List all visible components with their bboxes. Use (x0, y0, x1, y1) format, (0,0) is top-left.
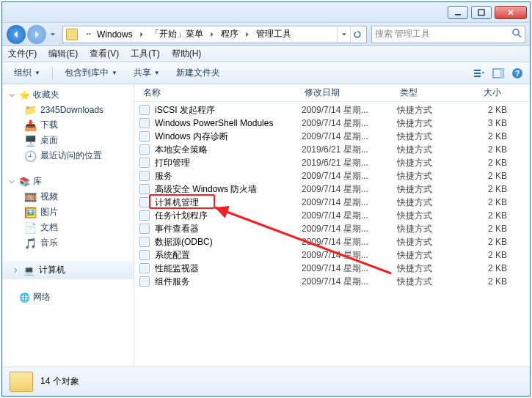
preview-pane-button[interactable] (492, 67, 505, 80)
folder-icon (66, 29, 78, 40)
file-date: 2009/7/14 星期... (302, 130, 397, 143)
file-type: 快捷方式 (397, 236, 463, 248)
share-button[interactable]: 共享▼ (128, 65, 166, 81)
sidebar-item[interactable]: 📥下载 (2, 117, 134, 133)
file-row[interactable]: Windows PowerShell Modules2009/7/14 星期..… (134, 117, 530, 130)
status-bar: 14 个对象 (2, 366, 530, 396)
close-button[interactable] (495, 6, 527, 19)
include-in-library-button[interactable]: 包含到库中▼ (59, 65, 123, 81)
shortcut-icon (139, 117, 150, 129)
file-row[interactable]: 计算机管理2009/7/14 星期...快捷方式2 KB (134, 196, 530, 209)
file-row[interactable]: 高级安全 Windows 防火墙2009/7/14 星期...快捷方式2 KB (134, 183, 530, 196)
col-size[interactable]: 大小 (462, 86, 506, 99)
sidebar-item[interactable]: 📁2345Downloads (2, 103, 134, 117)
breadcrumb-sep-icon[interactable] (206, 32, 218, 37)
menu-edit[interactable]: 编辑(E) (48, 48, 78, 60)
maximize-button[interactable] (471, 6, 492, 19)
file-date: 2009/7/14 星期... (302, 196, 397, 209)
documents-icon: 📄 (24, 222, 36, 234)
file-name: Windows PowerShell Modules (155, 118, 302, 128)
menu-tools[interactable]: 工具(T) (131, 48, 159, 60)
menu-help[interactable]: 帮助(H) (172, 48, 202, 60)
help-button[interactable]: ? (511, 67, 524, 80)
file-row[interactable]: 本地安全策略2019/6/21 星期...快捷方式2 KB (134, 143, 530, 156)
file-row[interactable]: Windows 内存诊断2009/7/14 星期...快捷方式2 KB (134, 130, 530, 143)
file-name: 性能监视器 (155, 262, 302, 275)
back-button[interactable] (7, 25, 26, 44)
library-icon: 📚 (18, 176, 30, 188)
downloads-icon: 📥 (24, 119, 36, 131)
menu-view[interactable]: 查看(V) (90, 48, 119, 60)
file-type: 快捷方式 (397, 196, 463, 209)
menu-file[interactable]: 文件(F) (8, 48, 37, 60)
folder-icon: 📁 (24, 104, 36, 116)
collapse-icon[interactable] (8, 92, 15, 98)
col-date[interactable]: 修改日期 (300, 86, 396, 99)
nav-history-button[interactable] (48, 25, 58, 44)
sidebar-item[interactable]: 🖼️图片 (2, 204, 134, 220)
favorites-header[interactable]: ⭐ 收藏夹 (2, 87, 134, 103)
file-row[interactable]: iSCSI 发起程序2009/7/14 星期...快捷方式2 KB (134, 103, 530, 117)
shortcut-icon (139, 130, 150, 142)
breadcrumb-sep-icon[interactable] (82, 32, 94, 37)
sidebar-network[interactable]: 🌐 网络 (2, 290, 134, 305)
organize-button[interactable]: 组织▼ (8, 65, 46, 81)
refresh-button[interactable] (350, 26, 363, 43)
file-date: 2009/7/14 星期... (302, 249, 397, 262)
file-name: 打印管理 (155, 157, 302, 169)
file-size: 2 KB (463, 184, 507, 194)
file-row[interactable]: 事件查看器2009/7/14 星期...快捷方式2 KB (134, 222, 530, 235)
breadcrumb[interactable]: Windows 「开始」菜单 程序 管理工具 (62, 26, 367, 43)
star-icon: ⭐ (18, 89, 30, 101)
network-icon: 🌐 (18, 292, 30, 303)
forward-button[interactable] (27, 25, 46, 44)
breadcrumb-part[interactable]: 管理工具 (255, 28, 293, 40)
file-row[interactable]: 任务计划程序2009/7/14 星期...快捷方式2 KB (134, 209, 530, 222)
view-options-button[interactable] (473, 67, 486, 80)
file-size: 2 KB (463, 171, 507, 181)
file-row[interactable]: 数据源(ODBC)2009/7/14 星期...快捷方式2 KB (134, 235, 530, 248)
shortcut-icon (139, 183, 150, 195)
breadcrumb-part[interactable]: 程序 (219, 28, 240, 40)
file-name: 本地安全策略 (155, 144, 302, 156)
breadcrumb-part[interactable]: 「开始」菜单 (149, 28, 205, 40)
file-name: Windows 内存诊断 (155, 130, 302, 143)
svg-rect-3 (474, 70, 481, 71)
breadcrumb-sep-icon[interactable] (136, 32, 147, 37)
navigation-pane[interactable]: ⭐ 收藏夹 📁2345Downloads 📥下载 🖥️桌面 🕘最近访问的位置 📚… (2, 84, 134, 366)
body: ⭐ 收藏夹 📁2345Downloads 📥下载 🖥️桌面 🕘最近访问的位置 📚… (2, 84, 530, 366)
col-type[interactable]: 类型 (396, 86, 462, 99)
file-row[interactable]: 性能监视器2009/7/14 星期...快捷方式2 KB (134, 262, 530, 275)
breadcrumb-sep-icon[interactable] (241, 32, 253, 37)
file-list-pane: 名称 修改日期 类型 大小 iSCSI 发起程序2009/7/14 星期...快… (134, 84, 530, 366)
search-input[interactable]: 搜索 管理工具 (371, 26, 525, 43)
file-date: 2009/7/14 星期... (302, 262, 397, 275)
expand-icon[interactable] (12, 265, 18, 276)
sidebar-item[interactable]: 🎵音乐 (2, 235, 134, 251)
minimize-button[interactable] (448, 6, 468, 19)
new-folder-button[interactable]: 新建文件夹 (170, 65, 226, 81)
breadcrumb-dropdown-button[interactable] (337, 26, 350, 43)
file-row[interactable]: 服务2009/7/14 星期...快捷方式2 KB (134, 169, 530, 183)
file-type: 快捷方式 (397, 276, 463, 288)
sidebar-item[interactable]: 📄文档 (2, 220, 134, 235)
file-date: 2009/7/14 星期... (302, 183, 397, 196)
file-size: 2 KB (463, 276, 507, 287)
breadcrumb-part[interactable]: Windows (95, 29, 134, 40)
file-type: 快捷方式 (397, 170, 463, 183)
sidebar-item[interactable]: 🎞️视频 (2, 189, 134, 204)
svg-rect-7 (500, 69, 503, 78)
file-row[interactable]: 组件服务2009/7/14 星期...快捷方式2 KB (134, 275, 530, 288)
file-type: 快捷方式 (397, 117, 463, 130)
shortcut-icon (139, 236, 150, 248)
file-type: 快捷方式 (397, 210, 463, 222)
col-name[interactable]: 名称 (139, 86, 300, 99)
file-row[interactable]: 打印管理2019/6/21 星期...快捷方式2 KB (134, 156, 530, 169)
sidebar-item[interactable]: 🖥️桌面 (2, 133, 134, 148)
collapse-icon[interactable] (8, 179, 15, 185)
file-row[interactable]: 系统配置2009/7/14 星期...快捷方式2 KB (134, 248, 530, 262)
libraries-header[interactable]: 📚 库 (2, 174, 134, 189)
sidebar-item[interactable]: 🕘最近访问的位置 (2, 148, 134, 163)
libraries-group: 📚 库 🎞️视频 🖼️图片 📄文档 🎵音乐 (2, 174, 134, 251)
sidebar-computer[interactable]: 💻 计算机 (2, 261, 134, 279)
